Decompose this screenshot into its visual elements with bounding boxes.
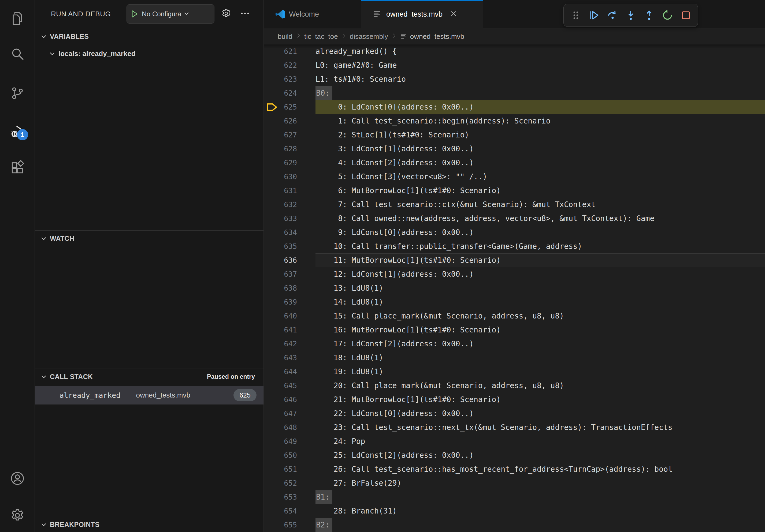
line-number[interactable]: 631	[264, 184, 297, 198]
line-text[interactable]: 11: MutBorrowLoc[1](ts#1#0: Scenario)	[316, 253, 501, 267]
line-number[interactable]: 641	[264, 323, 297, 337]
debug-configuration-dropdown[interactable]: No Configura	[127, 4, 215, 24]
code-line[interactable]: 643 18: LdU8(1)	[264, 351, 765, 365]
code-line[interactable]: 648 23: Call test_scenario::next_tx(&mut…	[264, 420, 765, 434]
code-line[interactable]: 623L1: ts#1#0: Scenario	[264, 72, 765, 86]
code-line[interactable]: 621already_marked() {	[264, 45, 765, 58]
line-text[interactable]: 10: Call transfer::public_transfer<Game>…	[316, 239, 582, 253]
code-line[interactable]: 628 3: LdConst[1](address: 0x00..)	[264, 142, 765, 156]
source-control-button[interactable]	[9, 85, 26, 102]
step-over-button[interactable]	[606, 9, 619, 22]
line-text[interactable]: 4: LdConst[2](address: 0x00..)	[316, 156, 474, 170]
line-text[interactable]: 28: Branch(31)	[316, 504, 397, 518]
line-text[interactable]: 14: LdU8(1)	[316, 295, 383, 309]
close-icon[interactable]	[449, 10, 458, 19]
code-line[interactable]: 630 5: LdConst[3](vector<u8>: "" /..)	[264, 170, 765, 184]
line-text[interactable]: 25: LdConst[2](address: 0x00..)	[316, 448, 474, 462]
line-text[interactable]: 23: Call test_scenario::next_tx(&mut Sce…	[316, 420, 672, 434]
explorer-button[interactable]	[9, 10, 26, 28]
breadcrumb-item[interactable]: owned_tests.mvb	[410, 32, 464, 41]
line-number[interactable]: 639	[264, 295, 297, 309]
line-text[interactable]: 12: LdConst[1](address: 0x00..)	[316, 267, 474, 281]
line-text[interactable]: 15: Call place_mark(&mut Scenario, addre…	[316, 309, 564, 323]
code-line[interactable]: 622L0: game#2#0: Game	[264, 58, 765, 72]
line-text[interactable]: B0:	[316, 86, 333, 100]
line-text[interactable]: 13: LdU8(1)	[316, 281, 383, 295]
code-line[interactable]: 653B1:	[264, 490, 765, 504]
line-number[interactable]: 630	[264, 170, 297, 184]
line-number[interactable]: 624	[264, 86, 297, 100]
step-into-button[interactable]	[624, 9, 637, 22]
code-line[interactable]: 625 0: LdConst[0](address: 0x00..)	[264, 100, 765, 114]
line-text[interactable]: 18: LdU8(1)	[316, 351, 383, 365]
code-line[interactable]: 647 22: LdConst[0](address: 0x00..)	[264, 406, 765, 420]
line-text[interactable]: 1: Call test_scenario::begin(address): S…	[316, 114, 550, 128]
line-text[interactable]: 3: LdConst[1](address: 0x00..)	[316, 142, 474, 156]
line-number[interactable]: 621	[264, 45, 297, 58]
line-number[interactable]: 629	[264, 156, 297, 170]
code-line[interactable]: 640 15: Call place_mark(&mut Scenario, a…	[264, 309, 765, 323]
search-button[interactable]	[9, 46, 26, 63]
line-text[interactable]: B2:	[316, 518, 333, 532]
code-line[interactable]: 637 12: LdConst[1](address: 0x00..)	[264, 267, 765, 281]
views-more-actions-button[interactable]	[239, 8, 251, 20]
line-number[interactable]: 628	[264, 142, 297, 156]
line-text[interactable]: 5: LdConst[3](vector<u8>: "" /..)	[316, 170, 487, 184]
line-text[interactable]: 7: Call test_scenario::ctx(&mut Scenario…	[316, 198, 596, 212]
code-line[interactable]: 654 28: Branch(31)	[264, 504, 765, 518]
line-number[interactable]: 626	[264, 114, 297, 128]
line-text[interactable]: 19: LdU8(1)	[316, 365, 383, 379]
code-line[interactable]: 651 26: Call test_scenario::has_most_rec…	[264, 462, 765, 476]
debug-settings-button[interactable]	[220, 8, 232, 20]
code-line[interactable]: 646 21: MutBorrowLoc[1](ts#1#0: Scenario…	[264, 393, 765, 406]
line-number[interactable]: 651	[264, 462, 297, 476]
line-text[interactable]: 20: Call place_mark(&mut Scenario, addre…	[316, 379, 564, 393]
code-line[interactable]: 636 11: MutBorrowLoc[1](ts#1#0: Scenario…	[264, 253, 765, 267]
line-number[interactable]: 645	[264, 379, 297, 393]
line-number[interactable]: 653	[264, 490, 297, 504]
account-button[interactable]	[9, 470, 26, 487]
settings-button[interactable]	[9, 507, 26, 524]
line-text[interactable]: 24: Pop	[316, 434, 365, 448]
call-stack-section-header[interactable]: CALL STACK Paused on entry	[35, 369, 264, 384]
line-text[interactable]: 2: StLoc[1](ts#1#0: Scenario)	[316, 128, 469, 142]
code-line[interactable]: 626 1: Call test_scenario::begin(address…	[264, 114, 765, 128]
line-number[interactable]: 636	[264, 253, 297, 267]
code-line[interactable]: 652 27: BrFalse(29)	[264, 476, 765, 490]
line-text[interactable]: 6: MutBorrowLoc[1](ts#1#0: Scenario)	[316, 184, 501, 198]
line-text[interactable]: 17: LdConst[2](address: 0x00..)	[316, 337, 474, 351]
code-line[interactable]: 644 19: LdU8(1)	[264, 365, 765, 379]
line-text[interactable]: B1:	[316, 490, 333, 504]
line-text[interactable]: L1: ts#1#0: Scenario	[316, 72, 406, 86]
code-line[interactable]: 639 14: LdU8(1)	[264, 295, 765, 309]
breakpoints-section-header[interactable]: BREAKPOINTS	[35, 517, 264, 532]
code-line[interactable]: 632 7: Call test_scenario::ctx(&mut Scen…	[264, 198, 765, 212]
call-stack-frame-row[interactable]: already_marked owned_tests.mvb 625	[35, 386, 264, 404]
line-text[interactable]: 27: BrFalse(29)	[316, 476, 401, 490]
line-number[interactable]: 647	[264, 406, 297, 420]
code-line[interactable]: 655B2:	[264, 518, 765, 532]
line-text[interactable]: 22: LdConst[0](address: 0x00..)	[316, 406, 474, 420]
code-line[interactable]: 650 25: LdConst[2](address: 0x00..)	[264, 448, 765, 462]
line-number[interactable]: 634	[264, 226, 297, 239]
line-number[interactable]: 646	[264, 393, 297, 406]
line-number[interactable]: 654	[264, 504, 297, 518]
toolbar-drag-handle[interactable]	[569, 9, 582, 22]
line-number[interactable]: 638	[264, 281, 297, 295]
line-text[interactable]: L0: game#2#0: Game	[316, 58, 397, 72]
line-number[interactable]: 632	[264, 198, 297, 212]
line-number[interactable]: 655	[264, 518, 297, 532]
line-number[interactable]: 648	[264, 420, 297, 434]
code-line[interactable]: 649 24: Pop	[264, 434, 765, 448]
line-number[interactable]: 650	[264, 448, 297, 462]
code-line[interactable]: 627 2: StLoc[1](ts#1#0: Scenario)	[264, 128, 765, 142]
tab-owned-tests[interactable]: owned_tests.mvb	[361, 0, 483, 28]
line-text[interactable]: 26: Call test_scenario::has_most_recent_…	[316, 462, 672, 476]
line-number[interactable]: 637	[264, 267, 297, 281]
line-text[interactable]: 16: MutBorrowLoc[1](ts#1#0: Scenario)	[316, 323, 501, 337]
code-line[interactable]: 631 6: MutBorrowLoc[1](ts#1#0: Scenario)	[264, 184, 765, 198]
line-text[interactable]: 21: MutBorrowLoc[1](ts#1#0: Scenario)	[316, 393, 501, 406]
extensions-button[interactable]	[9, 160, 26, 177]
line-text[interactable]: already_marked() {	[316, 45, 397, 58]
line-text[interactable]: 0: LdConst[0](address: 0x00..)	[316, 100, 474, 114]
